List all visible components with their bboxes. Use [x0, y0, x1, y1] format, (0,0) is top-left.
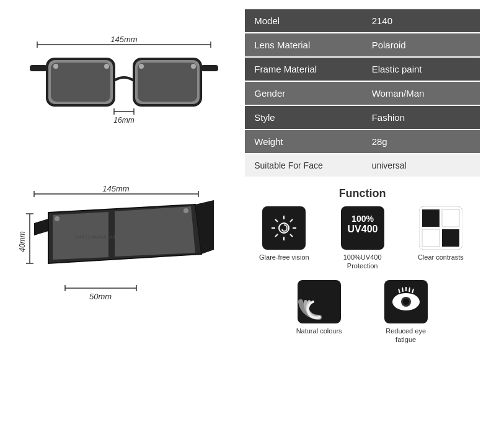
- spec-value-1: Polaroid: [363, 33, 480, 57]
- main-container: 145mm: [0, 0, 486, 448]
- spec-value-4: Fashion: [363, 105, 480, 130]
- function-item-contrast: Clear contrasts: [410, 206, 472, 261]
- spec-value-3: Woman/Man: [363, 81, 480, 105]
- svg-point-12: [139, 64, 144, 69]
- spec-label-2: Frame Material: [245, 57, 362, 81]
- function-item-uv400: 100% UV400 100%UV400Protection: [332, 206, 394, 271]
- spec-row-1: Lens MaterialPolaroid: [245, 33, 480, 57]
- glasses-side-svg: 145mm 40mm 2140: [19, 180, 229, 322]
- uv400-label: 100%UV400Protection: [343, 253, 382, 271]
- function-row-2: Natural colours: [245, 280, 480, 345]
- svg-point-9: [104, 64, 109, 69]
- svg-text:2140 21 5A1425-148: 2140 21 5A1425-148: [74, 235, 115, 239]
- svg-rect-33: [262, 206, 306, 250]
- spec-value-2: Elastic paint: [363, 57, 480, 81]
- specs-table: Model2140Lens MaterialPolaroidFrame Mate…: [245, 9, 480, 178]
- svg-rect-49: [422, 229, 440, 247]
- svg-text:UV400: UV400: [347, 224, 378, 234]
- svg-text:16mm: 16mm: [113, 116, 134, 125]
- spec-label-4: Style: [245, 105, 362, 130]
- svg-point-55: [403, 299, 409, 305]
- glare-icon: [262, 206, 306, 250]
- spec-value-0: 2140: [363, 9, 480, 33]
- svg-point-27: [183, 208, 188, 213]
- spec-label-3: Gender: [245, 81, 362, 105]
- svg-rect-47: [422, 209, 440, 227]
- spec-value-6: universal: [363, 154, 480, 177]
- uv400-icon: 100% UV400: [341, 206, 384, 250]
- svg-line-57: [402, 288, 403, 292]
- natural-label: Natural colours: [296, 327, 342, 335]
- svg-point-8: [53, 64, 58, 69]
- fatigue-label: Reduced eye fatigue: [375, 327, 437, 345]
- function-item-natural: Natural colours: [288, 280, 350, 335]
- spec-value-5: 28g: [363, 130, 480, 154]
- contrast-icon: [419, 206, 462, 250]
- svg-text:50mm: 50mm: [89, 292, 112, 301]
- left-panel: 145mm: [6, 6, 242, 442]
- natural-icon: [298, 280, 341, 323]
- svg-rect-7: [51, 63, 110, 102]
- spec-row-4: StyleFashion: [245, 105, 480, 130]
- glare-label: Glare-free vision: [259, 253, 309, 261]
- spec-row-6: Suitable For Faceuniversal: [245, 154, 480, 177]
- spec-label-6: Suitable For Face: [245, 154, 362, 177]
- svg-text:145mm: 145mm: [102, 184, 130, 193]
- svg-rect-5: [201, 65, 218, 71]
- function-row-1: Glare-free vision 100% UV400 100%UV400Pr…: [245, 206, 480, 271]
- right-panel: Model2140Lens MaterialPolaroidFrame Mate…: [242, 6, 480, 442]
- svg-line-59: [409, 288, 410, 292]
- spec-row-3: GenderWoman/Man: [245, 81, 480, 105]
- svg-point-26: [55, 216, 60, 221]
- glasses-front-svg: 145mm: [19, 25, 229, 161]
- function-title: Function: [245, 187, 480, 200]
- svg-rect-48: [442, 209, 459, 227]
- contrast-label: Clear contrasts: [418, 253, 464, 261]
- function-item-glare: Glare-free vision: [253, 206, 315, 261]
- svg-point-13: [191, 64, 196, 69]
- spec-label-0: Model: [245, 9, 362, 33]
- svg-text:100%: 100%: [351, 214, 374, 224]
- spec-label-5: Weight: [245, 130, 362, 154]
- spec-label-1: Lens Material: [245, 33, 362, 57]
- spec-row-2: Frame MaterialElastic paint: [245, 57, 480, 81]
- function-section: Function: [245, 187, 480, 353]
- spec-row-5: Weight28g: [245, 130, 480, 154]
- svg-rect-11: [138, 63, 197, 102]
- svg-text:40mm: 40mm: [19, 231, 27, 252]
- svg-rect-50: [442, 229, 459, 247]
- svg-rect-4: [30, 65, 47, 71]
- glasses-side-view: 145mm 40mm 2140: [19, 180, 229, 322]
- spec-row-0: Model2140: [245, 9, 480, 33]
- function-item-fatigue: Reduced eye fatigue: [375, 280, 437, 345]
- svg-text:145mm: 145mm: [110, 35, 138, 44]
- fatigue-icon: [384, 280, 428, 323]
- glasses-front-view: 145mm: [19, 25, 229, 161]
